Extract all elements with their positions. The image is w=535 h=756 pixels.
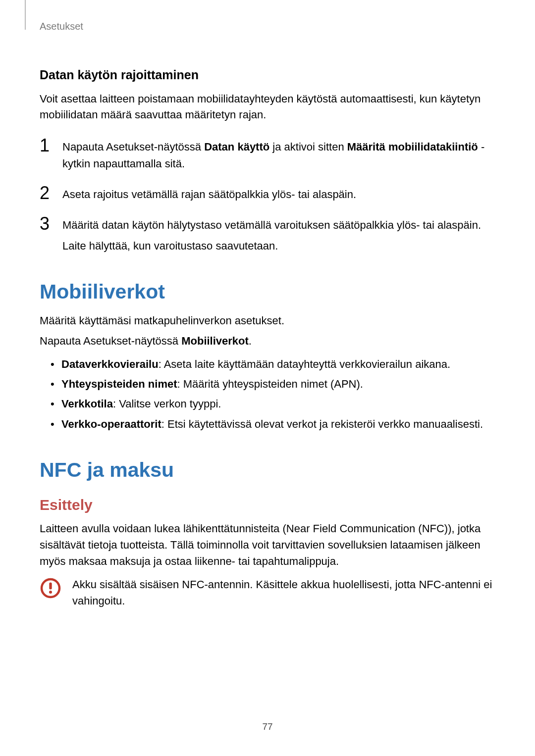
step-3: 3 Määritä datan käytön hälytystaso vetäm… [40,215,495,254]
step-1: 1 Napauta Asetukset-näytössä Datan käytt… [40,137,495,172]
page-number: 77 [0,721,535,732]
warning-text: Akku sisältää sisäisen NFC-antennin. Käs… [72,576,495,609]
text-bold: Verkkotila [61,398,113,410]
step-number: 1 [40,137,52,154]
text-run: : Aseta laite käyttämään datayhteyttä ve… [159,358,450,370]
warning-callout: Akku sisältää sisäisen NFC-antennin. Käs… [40,576,495,609]
warning-icon [40,577,61,599]
step-text: Määritä datan käytön hälytystaso vetämäl… [62,215,481,254]
text-bold: Määritä mobiilidatakiintiö [347,141,478,153]
list-item: Verkkotila: Valitse verkon tyyppi. [40,396,495,412]
subheading-nfc-intro: Esittely [40,497,495,513]
text-run: Napauta Asetukset-näytössä [62,141,204,153]
step-text: Napauta Asetukset-näytössä Datan käyttö … [62,137,495,172]
list-item: Yhteyspisteiden nimet: Määritä yhteyspis… [40,376,495,393]
side-rule [25,0,26,30]
text-bold: Dataverkkovierailu [61,358,159,370]
text-run: : Valitse verkon tyyppi. [113,398,221,410]
step-text: Aseta rajoitus vetämällä rajan säätöpalk… [62,184,356,203]
text-bold: Yhteyspisteiden nimet [61,378,177,390]
step-2: 2 Aseta rajoitus vetämällä rajan säätöpa… [40,184,495,203]
text-bold: Mobiiliverkot [181,335,249,347]
paragraph-mobile-intro1: Määritä käyttämäsi matkapuhelinverkon as… [40,312,495,329]
text-bold: Datan käyttö [204,141,269,153]
text-run: : Etsi käytettävissä olevat verkot ja re… [161,418,483,430]
list-item: Dataverkkovierailu: Aseta laite käyttämä… [40,356,495,373]
paragraph-nfc-intro: Laitteen avulla voidaan lukea lähikenttä… [40,520,495,569]
text-run: Määritä datan käytön hälytystaso vetämäl… [62,219,481,231]
step-number: 3 [40,215,52,233]
svg-rect-1 [49,582,52,589]
text-run: . [249,335,252,347]
text-run: ja aktivoi sitten [269,141,347,153]
step-number: 2 [40,184,52,202]
svg-point-2 [49,591,52,594]
steps-list: 1 Napauta Asetukset-näytössä Datan käytt… [40,137,495,254]
paragraph-mobile-intro2: Napauta Asetukset-näytössä Mobiiliverkot… [40,333,495,349]
text-bold: Verkko-operaattorit [61,418,161,430]
heading-data-limit: Datan käytön rajoittaminen [40,68,495,82]
breadcrumb: Asetukset [40,21,495,32]
bullets-mobile: Dataverkkovierailu: Aseta laite käyttämä… [40,356,495,432]
list-item: Verkko-operaattorit: Etsi käytettävissä … [40,416,495,433]
page: Asetukset Datan käytön rajoittaminen Voi… [0,0,535,756]
text-run: Laite hälyttää, kun varoitustaso saavute… [62,238,481,254]
text-run: Napauta Asetukset-näytössä [40,335,181,347]
paragraph-data-limit-intro: Voit asettaa laitteen poistamaan mobiili… [40,91,495,123]
text-run: : Määritä yhteyspisteiden nimet (APN). [177,378,363,390]
heading-nfc: NFC ja maksu [40,458,495,482]
heading-mobile-networks: Mobiiliverkot [40,280,495,303]
